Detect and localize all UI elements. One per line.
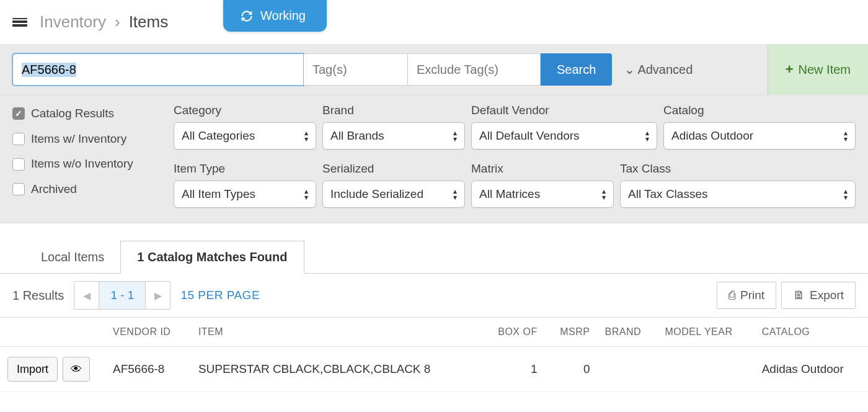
field-label: Default Vendor	[471, 104, 657, 117]
checkbox-label: Catalog Results	[31, 106, 114, 122]
field-label: Brand	[322, 104, 465, 117]
filter-selects-row1: Category All Categories ▴▾ Brand All Bra…	[174, 104, 856, 150]
updown-icon: ▴▾	[453, 130, 457, 142]
cell-box-of: 1	[481, 347, 545, 392]
results-count: 1 Results	[12, 289, 64, 303]
field-category: Category All Categories ▴▾	[174, 104, 316, 150]
preview-button[interactable]: 👁	[63, 357, 90, 382]
select-default-vendor[interactable]: All Default Vendors ▴▾	[471, 122, 657, 150]
plus-icon: +	[786, 61, 794, 78]
checkbox-icon	[12, 183, 25, 195]
col-model-year[interactable]: MODEL YEAR	[657, 318, 754, 347]
cell-brand	[598, 347, 658, 392]
tab-local-items[interactable]: Local Items	[25, 241, 120, 273]
checkbox-icon	[12, 133, 25, 145]
select-catalog[interactable]: Adidas Outdoor ▴▾	[663, 122, 856, 150]
updown-icon: ▴▾	[453, 188, 457, 200]
select-brand[interactable]: All Brands ▴▾	[322, 122, 465, 150]
field-label: Serialized	[322, 162, 465, 176]
pager-next-button[interactable]: ▶	[145, 282, 170, 309]
checkbox-icon	[12, 158, 25, 171]
checkbox-icon	[12, 107, 25, 120]
filter-selects-row2: Item Type All Item Types ▴▾ Serialized I…	[174, 162, 856, 208]
results-toolbar: 1 Results ◀ 1 - 1 ▶ 15 PER PAGE ⎙ Print …	[0, 274, 868, 318]
col-vendor-id[interactable]: VENDOR ID	[105, 318, 191, 347]
field-label: Category	[174, 104, 316, 117]
updown-icon: ▴▾	[602, 188, 606, 200]
col-item[interactable]: ITEM	[191, 318, 481, 347]
chevron-right-icon: ›	[115, 12, 120, 32]
checkbox-label: Items w/o Inventory	[31, 156, 133, 172]
updown-icon: ▴▾	[645, 130, 649, 142]
select-category[interactable]: All Categories ▴▾	[174, 122, 316, 150]
select-value: Include Serialized	[330, 187, 423, 201]
select-value: All Matrices	[479, 187, 540, 201]
working-status-label: Working	[260, 9, 306, 23]
export-label: Export	[810, 289, 844, 302]
cell-item: SUPERSTAR CBLACK,CBLACK,CBLACK 8	[191, 347, 481, 392]
checkbox-archived[interactable]: Archived	[12, 182, 174, 197]
select-matrix[interactable]: All Matrices ▴▾	[471, 181, 614, 208]
exclude-tags-input[interactable]	[408, 53, 541, 86]
col-brand[interactable]: BRAND	[598, 318, 658, 347]
import-button[interactable]: Import	[7, 357, 58, 382]
new-item-label: New Item	[799, 63, 851, 77]
field-label: Matrix	[471, 162, 614, 176]
search-group: Search	[0, 45, 612, 94]
field-default-vendor: Default Vendor All Default Vendors ▴▾	[471, 104, 657, 150]
export-icon: 🗎	[793, 289, 805, 302]
select-value: All Tax Classes	[628, 187, 707, 201]
printer-icon: ⎙	[728, 289, 735, 302]
select-value: All Default Vendors	[479, 129, 580, 143]
per-page-selector[interactable]: 15 PER PAGE	[180, 289, 260, 302]
tags-input[interactable]	[304, 53, 408, 86]
table-row: Import 👁 AF5666-8 SUPERSTAR CBLACK,CBLAC…	[0, 347, 868, 392]
export-button[interactable]: 🗎 Export	[781, 282, 856, 309]
pager-prev-button[interactable]: ◀	[74, 282, 99, 309]
print-button[interactable]: ⎙ Print	[717, 282, 776, 309]
field-label: Item Type	[174, 162, 316, 176]
print-label: Print	[740, 289, 764, 302]
select-value: Adidas Outdoor	[671, 129, 753, 143]
top-bar: Inventory › Items Working	[0, 0, 868, 45]
updown-icon: ▴▾	[844, 188, 848, 200]
checkbox-catalog-results[interactable]: Catalog Results	[12, 106, 174, 122]
col-msrp[interactable]: MSRP	[545, 318, 598, 347]
col-box-of[interactable]: BOX OF	[481, 318, 545, 347]
inventory-icon	[12, 18, 27, 27]
select-value: All Item Types	[182, 187, 255, 201]
select-tax-class[interactable]: All Tax Classes ▴▾	[620, 181, 856, 208]
working-status-pill: Working	[223, 0, 327, 32]
chevron-down-icon: ⌄	[624, 62, 635, 77]
cell-catalog: Adidas Outdoor	[755, 347, 868, 392]
breadcrumb: Inventory › Items	[40, 12, 168, 32]
filter-checkboxes: Catalog Results Items w/ Inventory Items…	[12, 104, 174, 208]
checkbox-items-with-inventory[interactable]: Items w/ Inventory	[12, 132, 174, 147]
checkbox-label: Archived	[31, 182, 77, 197]
pager-current: 1 - 1	[99, 282, 145, 309]
col-catalog[interactable]: CATALOG	[755, 318, 868, 347]
updown-icon: ▴▾	[304, 188, 308, 200]
cell-msrp: 0	[545, 347, 598, 392]
checkbox-items-without-inventory[interactable]: Items w/o Inventory	[12, 156, 174, 172]
field-catalog: Catalog Adidas Outdoor ▴▾	[663, 104, 856, 150]
advanced-filters-panel: Catalog Results Items w/ Inventory Items…	[0, 95, 868, 223]
advanced-label: Advanced	[637, 63, 693, 77]
breadcrumb-current: Items	[129, 12, 169, 32]
select-item-type[interactable]: All Item Types ▴▾	[174, 181, 316, 208]
results-table: VENDOR ID ITEM BOX OF MSRP BRAND MODEL Y…	[0, 318, 868, 392]
select-serialized[interactable]: Include Serialized ▴▾	[322, 181, 465, 208]
new-item-button[interactable]: + New Item	[768, 45, 868, 94]
result-tabs: Local Items 1 Catalog Matches Found	[0, 223, 868, 274]
search-input[interactable]	[12, 53, 304, 86]
search-button[interactable]: Search	[541, 53, 612, 86]
select-value: All Brands	[330, 129, 384, 143]
advanced-toggle[interactable]: ⌄ Advanced	[612, 45, 705, 94]
cell-vendor-id: AF5666-8	[105, 347, 191, 392]
updown-icon: ▴▾	[304, 130, 308, 142]
updown-icon: ▴▾	[844, 130, 848, 142]
pager: ◀ 1 - 1 ▶	[74, 281, 170, 310]
field-tax-class: Tax Class All Tax Classes ▴▾	[620, 162, 856, 208]
tab-catalog-matches[interactable]: 1 Catalog Matches Found	[120, 241, 304, 274]
breadcrumb-parent[interactable]: Inventory	[40, 12, 106, 32]
